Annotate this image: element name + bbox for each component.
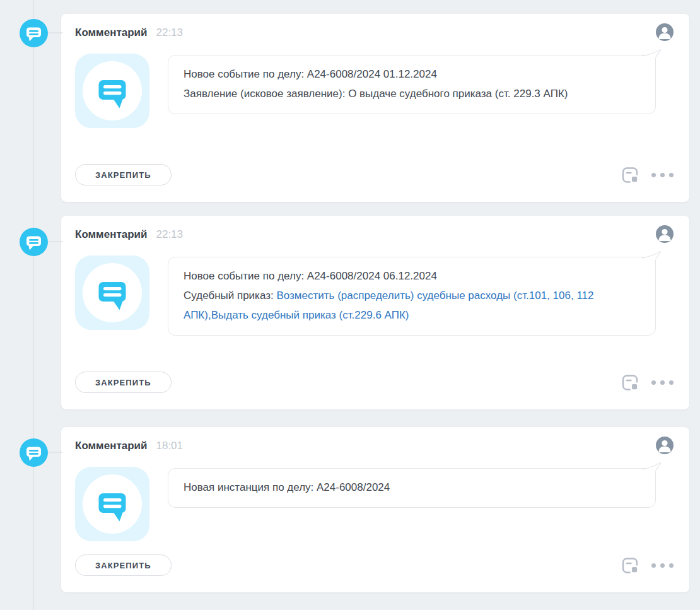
person-icon	[656, 437, 674, 454]
chat-bubble-icon	[20, 228, 48, 256]
timeline-line	[33, 0, 34, 610]
chat-bubble-icon	[75, 255, 149, 330]
note-icon[interactable]	[622, 167, 639, 184]
chat-bubble-icon	[20, 438, 48, 467]
timeline-connector	[47, 32, 62, 33]
card-type-label: Комментарий	[75, 228, 147, 241]
card-header: Комментарий 22:13	[75, 24, 674, 42]
timeline-connector	[47, 452, 62, 453]
card-header: Комментарий 22:13	[75, 226, 674, 243]
message-text: Новая инстанция по делу: А24-6008/2024	[184, 478, 640, 497]
ellipsis-icon[interactable]	[651, 380, 674, 385]
message-text: Новое событие по делу: А24-6008/2024 06.…	[184, 266, 640, 325]
comment-card: Комментарий 22:13	[61, 216, 689, 409]
message-bubble: Новое событие по делу: А24-6008/2024 06.…	[168, 257, 656, 336]
message-text-segment: Новое событие по делу: А24-6008/2024 01.…	[184, 68, 437, 80]
timeline-comment-node	[20, 228, 48, 256]
card-footer: ЗАКРЕПИТЬ	[75, 554, 674, 576]
card-body: Новое событие по делу: А24-6008/2024 06.…	[75, 255, 674, 336]
footer-icons	[622, 557, 674, 574]
chat-bubble-icon	[75, 54, 149, 128]
comment-type-tile	[75, 54, 149, 128]
ellipsis-icon[interactable]	[651, 563, 674, 568]
card-header: Комментарий 18:01	[75, 437, 674, 455]
comment-type-tile	[75, 467, 149, 541]
card-footer: ЗАКРЕПИТЬ	[75, 164, 674, 185]
timeline-connector	[47, 241, 62, 242]
pin-button[interactable]: ЗАКРЕПИТЬ	[75, 164, 172, 185]
ellipsis-icon[interactable]	[651, 173, 674, 177]
card-type-label: Комментарий	[75, 26, 147, 39]
comment-timeline-page: Комментарий 22:13	[0, 0, 700, 610]
message-text-segment: Новое событие по делу: А24-6008/2024 06.…	[184, 270, 437, 282]
timeline-comment-node	[20, 438, 48, 467]
card-body: Новая инстанция по делу: А24-6008/2024	[75, 467, 674, 541]
message-text-segment: Новая инстанция по делу: А24-6008/2024	[184, 481, 390, 493]
timeline-comment-node	[20, 19, 48, 47]
person-icon	[656, 23, 674, 41]
comment-feed: Комментарий 22:13	[61, 0, 689, 592]
pin-button[interactable]: ЗАКРЕПИТЬ	[75, 372, 172, 393]
footer-icons	[622, 167, 674, 184]
footer-icons	[622, 374, 674, 391]
card-timestamp: 18:01	[156, 440, 183, 452]
card-footer: ЗАКРЕПИТЬ	[75, 372, 674, 393]
person-icon	[656, 225, 674, 243]
note-icon[interactable]	[622, 374, 639, 391]
bubble-tail	[642, 462, 661, 476]
message-bubble: Новое событие по делу: А24-6008/2024 01.…	[168, 55, 656, 114]
message-text: Новое событие по делу: А24-6008/2024 01.…	[184, 64, 640, 103]
comment-type-tile	[75, 255, 149, 330]
chat-bubble-icon	[75, 467, 149, 541]
message-text-segment: Судебный приказ:	[184, 290, 276, 302]
pin-button[interactable]: ЗАКРЕПИТЬ	[75, 554, 172, 576]
card-timestamp: 22:13	[156, 228, 183, 241]
card-type-label: Комментарий	[75, 440, 147, 452]
card-body: Новое событие по делу: А24-6008/2024 01.…	[75, 54, 674, 128]
card-timestamp: 22:13	[156, 26, 183, 39]
message-text-segment: Заявление (исковое заявление): О выдаче …	[184, 88, 568, 100]
note-icon[interactable]	[622, 557, 639, 574]
bubble-tail	[642, 49, 661, 63]
chat-bubble-icon	[20, 19, 48, 47]
comment-card: Комментарий 22:13	[61, 14, 689, 202]
bubble-tail	[642, 251, 661, 265]
comment-card: Комментарий 18:01	[61, 427, 689, 592]
message-bubble: Новая инстанция по делу: А24-6008/2024	[168, 468, 656, 508]
